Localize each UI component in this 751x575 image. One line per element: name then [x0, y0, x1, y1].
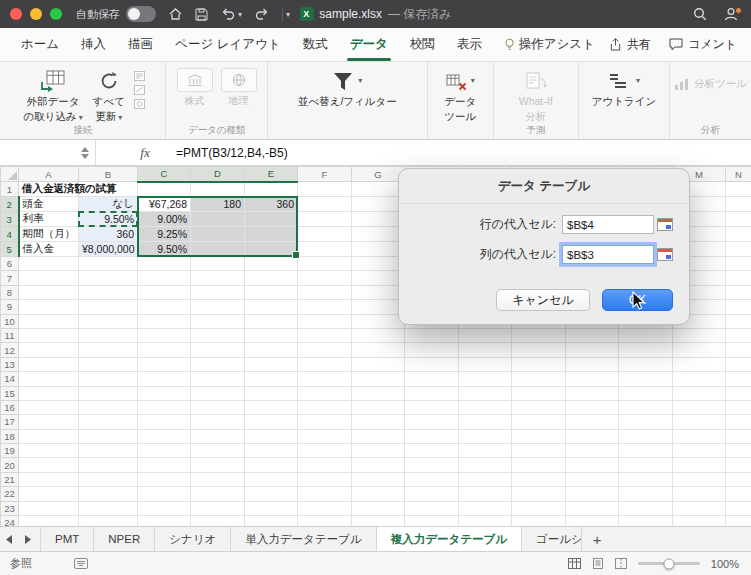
- cell-D1[interactable]: [191, 182, 245, 197]
- col-header-N[interactable]: N: [726, 167, 751, 182]
- cell-J21[interactable]: [512, 472, 566, 486]
- ok-button[interactable]: OK: [602, 289, 673, 311]
- cell-N23[interactable]: [726, 501, 751, 515]
- row-header-3[interactable]: 3: [1, 212, 19, 227]
- cell-E4[interactable]: [245, 227, 298, 242]
- cell-N9[interactable]: [726, 300, 751, 314]
- connections-icon[interactable]: [134, 99, 145, 109]
- cell-E6[interactable]: [245, 257, 298, 271]
- cell-G4[interactable]: [352, 227, 405, 242]
- cell-G3[interactable]: [352, 212, 405, 227]
- comments-button[interactable]: コメント: [669, 36, 737, 53]
- ribbon-tab-2[interactable]: 挿入: [70, 28, 117, 61]
- cell-A20[interactable]: [19, 458, 79, 472]
- cell-F14[interactable]: [298, 372, 352, 386]
- cell-G10[interactable]: [352, 314, 405, 328]
- cell-B3[interactable]: 9.50%: [79, 212, 138, 227]
- cell-F23[interactable]: [298, 501, 352, 515]
- ribbon-tab-8[interactable]: 表示: [446, 28, 493, 61]
- cell-J18[interactable]: [512, 429, 566, 443]
- display-settings-icon[interactable]: [74, 558, 88, 569]
- row-header-19[interactable]: 19: [1, 444, 19, 458]
- cell-M18[interactable]: [673, 429, 726, 443]
- redo-icon[interactable]: [255, 8, 269, 20]
- page-layout-view-icon[interactable]: [592, 558, 604, 569]
- row-header-8[interactable]: 8: [1, 285, 19, 299]
- cell-N20[interactable]: [726, 458, 751, 472]
- ribbon-tab-6[interactable]: データ: [339, 28, 399, 61]
- cell-G1[interactable]: [352, 182, 405, 197]
- cell-J14[interactable]: [512, 372, 566, 386]
- cell-K24[interactable]: [566, 516, 619, 526]
- cell-N15[interactable]: [726, 386, 751, 400]
- cell-K17[interactable]: [566, 415, 619, 429]
- cell-K20[interactable]: [566, 458, 619, 472]
- row-header-1[interactable]: 1: [1, 182, 19, 197]
- cell-H15[interactable]: [405, 386, 459, 400]
- cell-B17[interactable]: [79, 415, 138, 429]
- row-header-13[interactable]: 13: [1, 357, 19, 371]
- cell-N2[interactable]: [726, 197, 751, 212]
- cell-A14[interactable]: [19, 372, 79, 386]
- range-selector-icon[interactable]: [657, 218, 673, 231]
- cell-A6[interactable]: [19, 257, 79, 271]
- sheet-tab-6[interactable]: ゴールシ: [522, 527, 582, 551]
- cell-D16[interactable]: [191, 400, 245, 414]
- get-external-data-button[interactable]: 外部データ の取り込み▾: [18, 67, 87, 124]
- row-header-12[interactable]: 12: [1, 343, 19, 357]
- normal-view-icon[interactable]: [568, 558, 581, 569]
- cell-G12[interactable]: [352, 343, 405, 357]
- cell-N5[interactable]: [726, 242, 751, 257]
- cell-K23[interactable]: [566, 501, 619, 515]
- col-header-E[interactable]: E: [245, 167, 298, 182]
- cell-E21[interactable]: [245, 472, 298, 486]
- cell-M15[interactable]: [673, 386, 726, 400]
- cell-G9[interactable]: [352, 300, 405, 314]
- cell-C6[interactable]: [138, 257, 191, 271]
- ribbon-tab-5[interactable]: 数式: [292, 28, 339, 61]
- col-header-F[interactable]: F: [298, 167, 352, 182]
- cell-E24[interactable]: [245, 516, 298, 526]
- cell-G18[interactable]: [352, 429, 405, 443]
- edit-links-icon[interactable]: [134, 85, 145, 95]
- cell-I24[interactable]: [459, 516, 512, 526]
- cell-D10[interactable]: [191, 314, 245, 328]
- row-input-field[interactable]: $B$4: [562, 215, 654, 234]
- cell-B18[interactable]: [79, 429, 138, 443]
- cell-F20[interactable]: [298, 458, 352, 472]
- cell-N21[interactable]: [726, 472, 751, 486]
- cell-L20[interactable]: [619, 458, 673, 472]
- cell-D15[interactable]: [191, 386, 245, 400]
- cell-G24[interactable]: [352, 516, 405, 526]
- cell-N3[interactable]: [726, 212, 751, 227]
- cell-B14[interactable]: [79, 372, 138, 386]
- cell-B2[interactable]: なし: [79, 197, 138, 212]
- zoom-slider[interactable]: [638, 562, 700, 565]
- row-header-20[interactable]: 20: [1, 458, 19, 472]
- undo-icon[interactable]: [221, 8, 235, 20]
- cell-D4[interactable]: [191, 227, 245, 242]
- cell-J11[interactable]: [512, 328, 566, 342]
- cell-B11[interactable]: [79, 328, 138, 342]
- cell-B21[interactable]: [79, 472, 138, 486]
- cell-E5[interactable]: [245, 242, 298, 257]
- cell-F3[interactable]: [298, 212, 352, 227]
- col-header-B[interactable]: B: [79, 167, 138, 182]
- cell-B22[interactable]: [79, 487, 138, 501]
- cell-C8[interactable]: [138, 285, 191, 299]
- cell-C20[interactable]: [138, 458, 191, 472]
- cell-F7[interactable]: [298, 271, 352, 285]
- search-icon[interactable]: [693, 7, 707, 21]
- cell-N11[interactable]: [726, 328, 751, 342]
- connection-properties-icon[interactable]: [134, 71, 145, 81]
- row-header-5[interactable]: 5: [1, 242, 19, 257]
- cell-D23[interactable]: [191, 501, 245, 515]
- row-header-23[interactable]: 23: [1, 501, 19, 515]
- cell-A2[interactable]: 頭金: [19, 197, 79, 212]
- cell-F15[interactable]: [298, 386, 352, 400]
- cell-D5[interactable]: [191, 242, 245, 257]
- cell-F13[interactable]: [298, 357, 352, 371]
- cell-M20[interactable]: [673, 458, 726, 472]
- cell-K16[interactable]: [566, 400, 619, 414]
- cell-G5[interactable]: [352, 242, 405, 257]
